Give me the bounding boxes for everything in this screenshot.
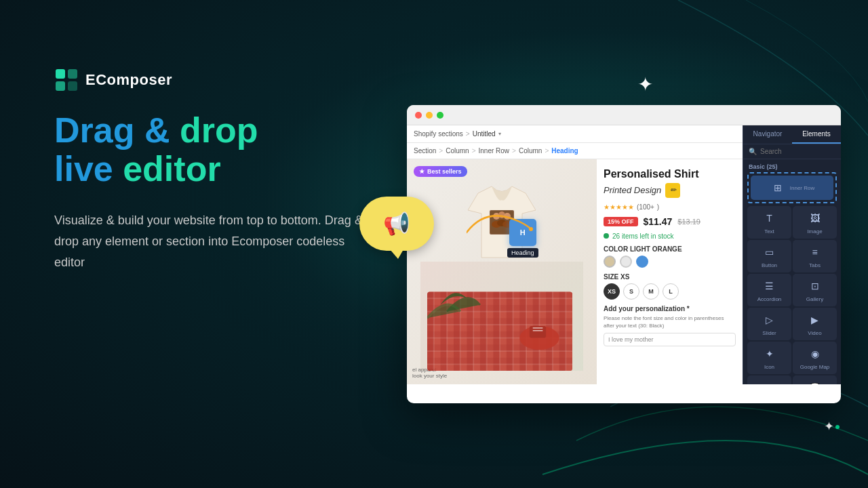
bc-arrow2: >	[472, 147, 476, 155]
elements-search-bar[interactable]: 🔍 CTRL+X	[743, 144, 841, 159]
color-options[interactable]	[604, 256, 736, 268]
bc-heading[interactable]: Heading	[551, 147, 578, 155]
image-icon: 🖼	[807, 210, 823, 226]
bc-section[interactable]: Section	[414, 147, 436, 155]
element-icon[interactable]: ✦ Icon	[747, 342, 791, 374]
element-testimonials[interactable]: 💬 Testimonials	[793, 375, 837, 384]
tabs-label: Tabs	[809, 262, 821, 268]
element-gallery[interactable]: ⊡ Gallery	[793, 274, 837, 306]
google-map-icon: ◉	[807, 346, 823, 362]
elements-grid: T Text 🖼 Image ▭ Button ≡ Tabs ☰ Acco	[743, 206, 841, 384]
shopify-untitled: Untitled	[473, 130, 496, 138]
speaker-bubble: 📢	[359, 197, 434, 258]
size-xs[interactable]: XS	[604, 283, 620, 300]
color-section: COLOR LIGHT ORANGE	[604, 245, 736, 268]
element-google-map[interactable]: ◉ Google Map	[793, 342, 837, 374]
size-l[interactable]: L	[663, 283, 679, 300]
product-title: Personalised Shirt	[604, 167, 736, 182]
christmas-decor	[427, 252, 572, 371]
svg-rect-5	[68, 81, 77, 91]
logo-text: EComposer	[85, 71, 172, 89]
bubble-shape: 📢	[359, 197, 434, 251]
personalization-input[interactable]: I love my mother	[604, 333, 736, 346]
elements-search-input[interactable]	[760, 148, 841, 155]
headline-editor: editor	[123, 149, 220, 188]
review-suffix: )	[657, 203, 659, 211]
discount-badge: 15% OFF	[604, 217, 638, 226]
product-subtitle-text: Printed Design	[604, 185, 661, 195]
svg-rect-4	[56, 81, 65, 91]
element-inner-row-selected[interactable]: ⊞ Inner Row	[751, 176, 833, 200]
heading-label: Heading	[507, 248, 538, 258]
editor-breadcrumb: Section > Column > Inner Row > Column > …	[407, 143, 743, 159]
logo: EComposer	[54, 68, 414, 92]
price-original: $13.19	[677, 218, 701, 226]
browser-dot-yellow	[426, 112, 433, 119]
color-swatch-beige[interactable]	[604, 256, 616, 268]
editor-main[interactable]: Shopify sections > Untitled ▾ Section > …	[407, 125, 743, 384]
size-m[interactable]: M	[643, 283, 659, 300]
curve-svg	[467, 205, 534, 239]
inner-row-highlight: ⊞ Inner Row	[747, 172, 837, 203]
stock-text: 26 items left in stock	[612, 232, 674, 240]
stock-indicator	[604, 233, 609, 239]
shopify-sections-link[interactable]: Shopify sections	[414, 130, 463, 138]
edit-icon[interactable]: ✏	[665, 183, 680, 198]
stock-row: 26 items left in stock	[604, 232, 736, 240]
icon-icon: ✦	[762, 346, 778, 362]
element-text[interactable]: T Text	[747, 206, 791, 239]
icon-label: Icon	[764, 364, 774, 370]
product-area: ★ Best sellers	[407, 159, 743, 384]
product-image: ★ Best sellers	[407, 159, 597, 384]
panel-tabs: Navigator Elements	[743, 125, 841, 144]
description: Visualize & build your website from top …	[54, 210, 366, 272]
headline-drag: Drag	[54, 110, 134, 150]
headline-line1: Drag & drop	[54, 111, 414, 150]
accordion-label: Accordion	[757, 296, 782, 302]
element-tabs[interactable]: ≡ Tabs	[793, 240, 837, 272]
size-label: SIZE XS	[604, 273, 736, 281]
testimonials-icon: 💬	[807, 380, 823, 384]
tab-elements[interactable]: Elements	[792, 125, 841, 144]
bc-inner-row[interactable]: Inner Row	[479, 147, 510, 155]
element-slider[interactable]: ▷ Slider	[747, 308, 791, 340]
shopify-sep1: >	[466, 130, 470, 138]
stars-row: ★★★★★ (100+ )	[604, 203, 736, 211]
star-decoration-2: ✦	[824, 419, 834, 434]
gallery-icon: ⊡	[807, 278, 823, 294]
element-video[interactable]: ▶ Video	[793, 308, 837, 340]
google-map-label: Google Map	[800, 364, 830, 370]
personalization-hint: Please note the font size and color in p…	[604, 314, 736, 329]
bc-arrow4: >	[545, 147, 549, 155]
bc-column2[interactable]: Column	[519, 147, 542, 155]
elements-section-label: Basic (25)	[743, 159, 841, 172]
product-stars: ★★★★★	[604, 203, 634, 211]
element-button[interactable]: ▭ Button	[747, 240, 791, 272]
headline-live: live	[54, 149, 113, 188]
tabs-icon: ≡	[807, 244, 823, 260]
size-s[interactable]: S	[623, 283, 639, 300]
element-image[interactable]: 🖼 Image	[793, 206, 837, 239]
element-accordion[interactable]: ☰ Accordion	[747, 274, 791, 306]
browser-titlebar	[407, 105, 841, 125]
element-hotspot[interactable]: ⊕ Hotspot	[747, 375, 791, 384]
browser-window[interactable]: Shopify sections > Untitled ▾ Section > …	[407, 105, 841, 403]
gallery-label: Gallery	[806, 296, 823, 302]
shopify-dropdown-arrow[interactable]: ▾	[498, 131, 501, 137]
browser-dot-green	[437, 112, 443, 119]
best-sellers-star: ★	[419, 168, 425, 175]
color-swatch-blue[interactable]	[636, 256, 648, 268]
accordion-icon: ☰	[762, 278, 778, 294]
text-label: Text	[764, 228, 774, 235]
personalization-section: Add your personalization * Please note t…	[604, 305, 736, 346]
svg-rect-2	[56, 69, 65, 79]
headline-drop: drop	[180, 110, 258, 150]
shirt-area	[427, 173, 576, 371]
color-swatch-white[interactable]	[620, 256, 632, 268]
svg-point-25	[529, 227, 533, 231]
speaker-icon: 📢	[383, 211, 410, 237]
best-sellers-badge: ★ Best sellers	[414, 166, 467, 177]
size-options[interactable]: XS S M L	[604, 283, 736, 300]
tab-navigator[interactable]: Navigator	[743, 125, 792, 144]
bc-column[interactable]: Column	[446, 147, 469, 155]
